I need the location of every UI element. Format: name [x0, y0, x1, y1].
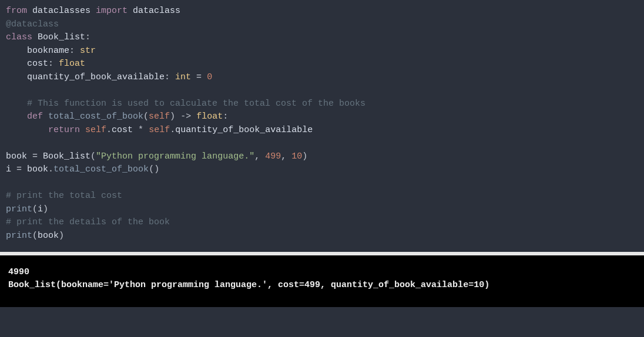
func-name: total_cost_of_book — [48, 112, 143, 122]
self-ref: self — [149, 125, 170, 135]
comment: # This function is used to calculate the… — [27, 99, 365, 109]
blank-line — [6, 138, 11, 148]
class-name: Book_list — [38, 32, 85, 42]
code-line: print(book) — [6, 231, 64, 241]
blank-line — [6, 178, 11, 188]
number-literal: 499 — [265, 151, 281, 161]
field-name: quantity_of_book_available — [27, 72, 165, 82]
code-line: @dataclass — [6, 19, 59, 29]
equals: = — [16, 164, 22, 174]
code-line: book = Book_list("Python programming lan… — [6, 151, 307, 161]
arg: i — [38, 204, 43, 214]
arg: book — [38, 231, 59, 241]
code-line: # This function is used to calculate the… — [6, 99, 365, 109]
code-line: # print the details of the book — [6, 217, 170, 227]
code-editor[interactable]: from dataclasses import dataclass @datac… — [0, 0, 644, 252]
attr: cost — [112, 125, 133, 135]
equals: = — [32, 151, 38, 161]
type-int: int — [175, 72, 191, 82]
module-name: dataclasses — [32, 6, 90, 16]
var-name: book — [6, 151, 27, 161]
code-line: class Book_list: — [6, 32, 90, 42]
code-line: return self.cost * self.quantity_of_book… — [6, 125, 313, 135]
self-ref: self — [85, 125, 106, 135]
import-name: dataclass — [133, 6, 180, 16]
code-line: def total_cost_of_book(self) -> float: — [6, 112, 228, 122]
equals: = — [196, 72, 202, 82]
type-str: str — [80, 46, 96, 56]
default-value: 0 — [207, 72, 212, 82]
builtin-print: print — [6, 231, 32, 241]
decorator: @dataclass — [6, 19, 59, 29]
output-line: Book_list(bookname='Python programming l… — [8, 280, 489, 290]
kw-class: class — [6, 32, 32, 42]
number-literal: 10 — [291, 151, 302, 161]
field-name: bookname — [27, 46, 69, 56]
attr: quantity_of_book_available — [175, 125, 313, 135]
kw-return: return — [48, 125, 80, 135]
method-call: total_cost_of_book — [53, 164, 149, 174]
colon: : — [85, 32, 90, 42]
kw-def: def — [27, 112, 43, 122]
code-line: print(i) — [6, 204, 48, 214]
operator-mult: * — [138, 125, 143, 135]
code-line: i = book.total_cost_of_book() — [6, 164, 159, 174]
param-self: self — [149, 112, 170, 122]
comment: # print the details of the book — [6, 217, 170, 227]
string-literal: "Python programming language." — [96, 151, 254, 161]
return-type: float — [196, 112, 223, 122]
field-name: cost — [27, 59, 48, 69]
code-line: # print the total cost — [6, 191, 122, 201]
blank-line — [6, 85, 11, 95]
var-name: i — [6, 164, 11, 174]
arrow: -> — [180, 112, 191, 122]
output-console: 4990 Book_list(bookname='Python programm… — [0, 255, 644, 307]
code-line: bookname: str — [6, 46, 96, 56]
kw-import: import — [96, 6, 128, 16]
code-line: cost: float — [6, 59, 85, 69]
code-line: quantity_of_book_available: int = 0 — [6, 72, 212, 82]
kw-from: from — [6, 6, 27, 16]
code-line: from dataclasses import dataclass — [6, 6, 180, 16]
class-ref: Book_list — [43, 151, 90, 161]
comment: # print the total cost — [6, 191, 122, 201]
builtin-print: print — [6, 204, 32, 214]
type-float: float — [59, 59, 85, 69]
obj-ref: book — [27, 164, 48, 174]
output-line: 4990 — [8, 267, 29, 277]
